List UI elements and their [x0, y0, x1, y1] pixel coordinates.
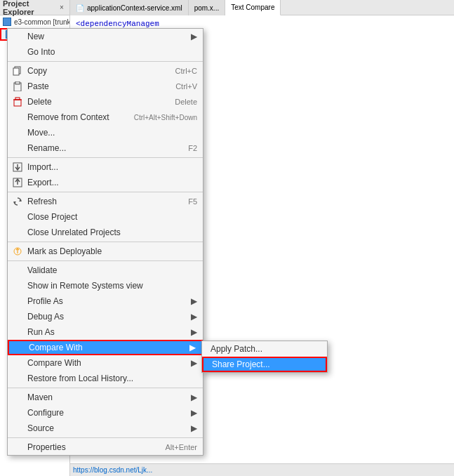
menu-item-refresh[interactable]: Refresh F5 [8, 194, 203, 209]
menu-item-closeunrelated[interactable]: Close Unrelated Projects [8, 225, 203, 240]
panel-header: Project Explorer × [0, 0, 69, 15]
menu-label-gointo: Go Into [27, 47, 55, 57]
panel-close-icon[interactable]: × [57, 3, 67, 13]
menu-label-team: Compare With [29, 343, 83, 352]
menu-label-copy: Copy [27, 66, 47, 76]
tree-item-label: e3-common [trunk/e3-common] [14, 18, 69, 26]
arrow-icon-debugas: ▶ [191, 312, 197, 322]
arrow-icon-comparewith: ▶ [191, 358, 197, 368]
tab-textcompare[interactable]: Text Compare [225, 0, 281, 15]
menu-item-configure[interactable]: Configure ▶ [8, 405, 203, 421]
menu-item-paste[interactable]: Paste Ctrl+V [8, 79, 203, 94]
menu-label-comparewith: Compare With [27, 358, 81, 368]
menu-label-showremote: Show in Remote Systems view [27, 281, 143, 291]
separator-7 [8, 437, 203, 438]
menu-item-import[interactable]: Import... [8, 159, 203, 175]
svg-rect-4 [14, 100, 21, 106]
refresh-icon [12, 196, 23, 207]
project-icon [1, 16, 13, 27]
menu-item-export[interactable]: Export... [8, 175, 203, 190]
shortcut-copy: Ctrl+C [175, 67, 197, 75]
menu-item-copy[interactable]: Copy Ctrl+C [8, 63, 203, 79]
menu-label-delete: Delete [27, 97, 52, 107]
menu-item-team[interactable]: Compare With ▶ Apply Patch... Share Proj… [8, 340, 203, 355]
arrow-icon-profileas: ▶ [191, 296, 197, 306]
shortcut-removectx: Ctrl+Alt+Shift+Down [134, 114, 197, 121]
url-text: https://blog.csdn.net/Ljk... [73, 466, 152, 474]
shortcut-refresh: F5 [188, 197, 197, 206]
menu-label-closeunrelated: Close Unrelated Projects [27, 227, 121, 237]
separator-2 [8, 157, 203, 158]
menu-label-restorefromlocal: Restore from Local History... [27, 373, 133, 383]
url-bar: https://blog.csdn.net/Ljk... [70, 463, 454, 476]
arrow-icon-new: ▶ [191, 32, 197, 41]
export-icon [12, 177, 23, 188]
tree-item-e3common[interactable]: e3-common [trunk/e3-common] [0, 15, 69, 28]
menu-item-gointo[interactable]: Go Into [8, 44, 203, 60]
svg-rect-3 [15, 81, 20, 84]
menu-item-delete[interactable]: Delete Delete [8, 94, 203, 110]
svg-rect-1 [13, 68, 19, 75]
menu-label-profileas: Profile As [27, 296, 63, 306]
menu-label-closeproject: Close Project [27, 212, 77, 222]
menu-item-validate[interactable]: Validate [8, 263, 203, 278]
menu-label-rename: Rename... [27, 143, 66, 153]
arrow-icon-runas: ▶ [191, 327, 197, 337]
menu-item-source[interactable]: Source ▶ [8, 421, 203, 436]
menu-label-maven: Maven [27, 392, 53, 402]
shortcut-rename: F2 [188, 144, 197, 152]
tab-appcontext[interactable]: 📄 applicationContext-service.xml [70, 0, 189, 15]
menu-item-profileas[interactable]: Profile As ▶ [8, 293, 203, 309]
menu-item-comparewith[interactable]: Compare With ▶ [8, 355, 203, 371]
deploy-icon [12, 246, 23, 257]
submenu-item-shareproject[interactable]: Share Project... [202, 357, 327, 372]
submenu-item-applypatch[interactable]: Apply Patch... [202, 341, 327, 357]
context-menu: New ▶ Go Into Copy Ctrl+C Paste Ctrl+V [7, 28, 203, 456]
menu-item-debugas[interactable]: Debug As ▶ [8, 309, 203, 324]
menu-label-deploy: Mark as Deployable [27, 246, 102, 256]
menu-label-source: Source [27, 423, 54, 433]
copy-icon [12, 65, 23, 77]
arrow-icon-maven: ▶ [191, 392, 197, 402]
menu-item-closeproject[interactable]: Close Project [8, 209, 203, 225]
menu-item-runas[interactable]: Run As ▶ [8, 324, 203, 340]
menu-label-debugas: Debug As [27, 312, 64, 322]
submenu-label-shareproject: Share Project... [212, 359, 270, 369]
menu-label-move: Move... [27, 128, 55, 138]
menu-label-export: Export... [27, 178, 59, 187]
separator-6 [8, 388, 203, 388]
shortcut-properties: Alt+Enter [165, 443, 197, 451]
shortcut-delete: Delete [175, 98, 197, 106]
menu-item-new[interactable]: New ▶ [8, 29, 203, 44]
arrow-icon-source: ▶ [191, 423, 197, 433]
import-icon [12, 161, 23, 173]
team-submenu: Apply Patch... Share Project... [201, 341, 328, 373]
menu-item-deploy[interactable]: Mark as Deployable [8, 244, 203, 259]
editor-tabs: 📄 applicationContext-service.xml pom.x..… [70, 0, 454, 15]
menu-item-restorefromlocal[interactable]: Restore from Local History... [8, 371, 203, 386]
paste-icon [12, 81, 23, 92]
delete-icon [12, 96, 23, 107]
svg-rect-6 [15, 98, 20, 100]
separator-4 [8, 242, 203, 242]
menu-item-rename[interactable]: Rename... F2 [8, 140, 203, 156]
separator-5 [8, 260, 203, 261]
menu-item-properties[interactable]: Properties Alt+Enter [8, 439, 203, 455]
tab-title-textcompare: Text Compare [231, 4, 274, 11]
shortcut-paste: Ctrl+V [175, 82, 197, 91]
tab-title-appcontext: applicationContext-service.xml [87, 4, 182, 12]
arrow-icon-configure: ▶ [191, 408, 197, 418]
menu-item-move[interactable]: Move... [8, 125, 203, 140]
tab-pom[interactable]: pom.x... [189, 0, 226, 15]
menu-label-removectx: Remove from Context [27, 112, 109, 122]
menu-label-import: Import... [27, 162, 58, 172]
menu-item-removectx[interactable]: Remove from Context Ctrl+Alt+Shift+Down [8, 110, 203, 125]
menu-label-properties: Properties [27, 442, 66, 452]
menu-label-new: New [27, 32, 44, 41]
menu-label-validate: Validate [27, 265, 57, 275]
separator-3 [8, 192, 203, 192]
menu-label-paste: Paste [27, 81, 49, 91]
menu-item-showremote[interactable]: Show in Remote Systems view [8, 278, 203, 293]
tab-label-appcontext: 📄 [76, 4, 84, 12]
menu-item-maven[interactable]: Maven ▶ [8, 390, 203, 405]
